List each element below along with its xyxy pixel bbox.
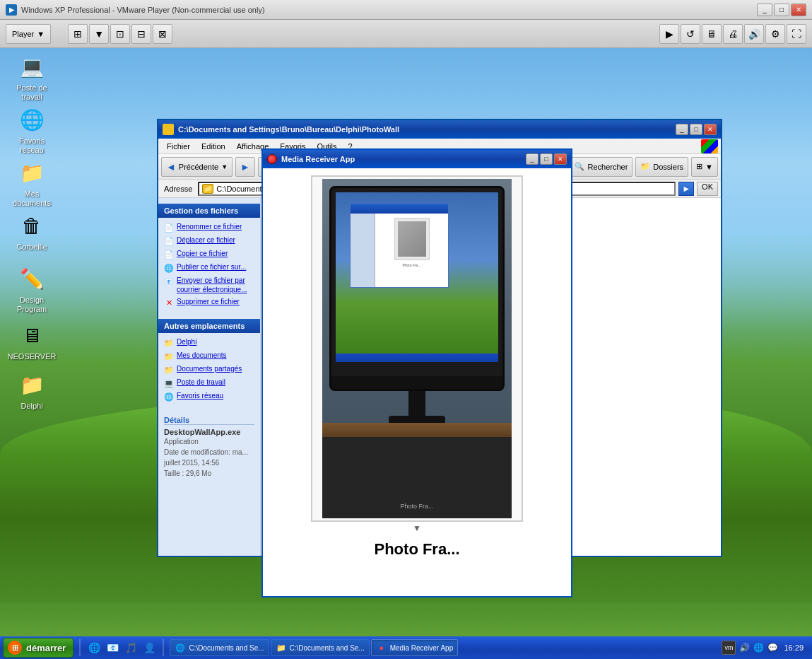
delete-file-item[interactable]: ✕ Supprimer ce fichier <box>158 296 260 309</box>
tray-msg-icon[interactable]: 💬 <box>767 642 778 653</box>
favoris-reseau-item[interactable]: 🌐 Favoris réseau <box>158 390 260 403</box>
taskbar-explorer-2-label: C:\Documents and Se... <box>290 644 365 652</box>
vmware-toolbar-icons: ⊞ ▼ ⊡ ⊟ ⊠ <box>68 24 172 44</box>
media-close-button[interactable]: ✕ <box>554 153 567 165</box>
explorer-folder-icon <box>163 124 174 135</box>
back-button[interactable]: ◄ Précédente ▼ <box>161 157 233 177</box>
taskbar-divider-2 <box>163 639 164 656</box>
taskbar-divider-1 <box>79 639 81 656</box>
vmware-icon-1[interactable]: ⊞ <box>68 24 88 44</box>
desktop-icon-corbeille[interactable]: 🗑 Corbeille <box>7 209 57 255</box>
vmware-maximize-button[interactable]: □ <box>774 4 789 16</box>
vmware-icon-3[interactable]: ⊡ <box>110 24 130 44</box>
desktop-icon-delphi[interactable]: 📁 Delphi <box>7 368 57 414</box>
taskbar: ⊞ démarrer 🌐 📧 🎵 👤 🌐 C:\Documents and Se… <box>0 636 812 659</box>
poste-travail-place-icon: 💻 <box>164 378 174 388</box>
photo-container: Photo Fra... <box>311 175 523 522</box>
folders-button[interactable]: 📁 Dossiers <box>635 157 688 177</box>
vmware-right-icon-6[interactable]: ⚙ <box>765 24 785 44</box>
vmware-toolbar: Player ▼ ⊞ ▼ ⊡ ⊟ ⊠ ▶ ↺ 🖥 🖨 🔊 ⚙ ⛶ <box>0 20 812 48</box>
delete-icon: ✕ <box>164 298 174 308</box>
vmware-right-icon-5[interactable]: 🔊 <box>744 24 764 44</box>
file-management-title: Gestion des fichiers <box>158 204 260 218</box>
explorer-left-panel: Gestion des fichiers 📄 Renommer ce fichi… <box>158 198 261 556</box>
move-file-item[interactable]: 📄 Déplacer ce fichier <box>158 234 260 247</box>
monitor-screen: Photo Fra... <box>336 192 498 362</box>
explorer-close-button[interactable]: ✕ <box>704 124 717 135</box>
desktop-icon-neoserver[interactable]: 🖥 NEOSERVER <box>7 318 57 364</box>
mes-docs-place-item[interactable]: 📁 Mes documents <box>158 349 260 363</box>
vmware-right-icon-2[interactable]: ↺ <box>681 24 700 44</box>
player-menu-button[interactable]: Player ▼ <box>6 24 51 44</box>
taskbar-item-explorer-1[interactable]: 🌐 C:\Documents and Se... <box>170 639 269 656</box>
views-button[interactable]: ⊞ ▼ <box>691 157 718 177</box>
mes-docs-place-icon: 📁 <box>164 351 174 361</box>
desktop-icon-poste[interactable]: 💻 Poste de travail <box>7 49 57 105</box>
favoris-reseau-place-icon: 🌐 <box>164 392 174 402</box>
details-filename: DesktopWallApp.exe <box>164 428 254 436</box>
player-label: Player <box>12 30 34 38</box>
tray-sound-icon[interactable]: 🔊 <box>739 642 750 653</box>
publish-file-item[interactable]: 🌐 Publier ce fichier sur... <box>158 261 260 274</box>
explorer-minimize-button[interactable]: _ <box>676 124 688 135</box>
poste-travail-item[interactable]: 💻 Poste de travail <box>158 376 260 390</box>
system-clock: 16:29 <box>781 643 806 652</box>
vmware-right-icon-3[interactable]: 🖥 <box>702 24 722 44</box>
vmware-right-icon-4[interactable]: 🖨 <box>723 24 743 44</box>
file-management-section: Gestion des fichiers 📄 Renommer ce fichi… <box>158 204 260 309</box>
address-go-arrow[interactable]: ► <box>678 182 694 196</box>
favoris-reseau-label: Favoris réseau <box>177 391 223 400</box>
vmware-right-icon-7[interactable]: ⛶ <box>787 24 806 44</box>
explorer-titlebar: C:\Documents and Settings\Bruno\Bureau\D… <box>158 120 721 139</box>
menu-edition[interactable]: Edition <box>196 141 231 152</box>
explorer-maximize-button[interactable]: □ <box>690 124 702 135</box>
vmware-icon-4[interactable]: ⊟ <box>131 24 151 44</box>
design-label: Design Program <box>10 296 54 314</box>
vmware-title: Windows XP Professional - VMware Player … <box>21 6 757 14</box>
vmware-close-button[interactable]: ✕ <box>791 4 806 16</box>
send-file-item[interactable]: 📧 Envoyer ce fichier par courrier électr… <box>158 274 260 296</box>
search-icon: 🔍 <box>575 162 584 171</box>
docs-partages-item[interactable]: 📁 Documents partagés <box>158 363 260 376</box>
send-label: Envoyer ce fichier par courrier électron… <box>177 276 254 294</box>
taskbar-media-icon: ● <box>376 642 387 653</box>
vmware-icon-2[interactable]: ▼ <box>89 24 109 44</box>
photo-image: Photo Fra... <box>322 179 512 518</box>
desktop-icon-documents[interactable]: 📁 Mes documents <box>7 156 57 211</box>
copy-label: Copier ce fichier <box>177 249 228 258</box>
address-folder-icon: 📁 <box>202 184 213 194</box>
rename-file-item[interactable]: 📄 Renommer ce fichier <box>158 221 260 234</box>
menu-fichier[interactable]: Fichier <box>161 141 196 152</box>
forward-arrow-icon: ► <box>240 161 250 173</box>
vmware-right-icon-1[interactable]: ▶ <box>659 24 679 44</box>
details-date: Date de modification: ma... <box>164 447 254 457</box>
search-button[interactable]: 🔍 Rechercher <box>570 157 632 177</box>
taskbar-item-explorer-2[interactable]: 📁 C:\Documents and Se... <box>271 639 370 656</box>
monitor-frame: Photo Fra... <box>329 186 505 391</box>
poste-label: Poste de travail <box>10 83 54 102</box>
send-icon: 📧 <box>164 276 174 286</box>
tray-vm-icon[interactable]: vm <box>722 641 736 655</box>
media-maximize-button[interactable]: □ <box>540 153 553 165</box>
player-dropdown-icon: ▼ <box>37 30 45 38</box>
details-title: Détails <box>164 416 254 425</box>
tray-network-icon[interactable]: 🌐 <box>753 642 764 653</box>
desktop-icon-favoris[interactable]: 🌐 Favoris réseau <box>7 103 57 158</box>
delphi-place-item[interactable]: 📁 Delphi <box>158 336 260 349</box>
nested-taskbar <box>336 354 498 362</box>
quick-user-icon[interactable]: 👤 <box>141 640 157 655</box>
taskbar-item-media[interactable]: ● Media Receiver App <box>371 639 459 656</box>
forward-button[interactable]: ► <box>235 157 255 177</box>
quick-ie-icon[interactable]: 🌐 <box>86 640 102 655</box>
vmware-icon-5[interactable]: ⊠ <box>153 24 172 44</box>
media-minimize-button[interactable]: _ <box>526 153 539 165</box>
views-icon: ⊞ <box>696 162 702 171</box>
details-size: Taille : 29,6 Mo <box>164 468 254 479</box>
vmware-minimize-button[interactable]: _ <box>757 4 772 16</box>
address-ok-button[interactable]: OK <box>697 182 718 196</box>
desktop-icon-design[interactable]: ✏️ Design Program <box>7 262 57 317</box>
quick-media-icon[interactable]: 🎵 <box>123 640 139 655</box>
copy-file-item[interactable]: 📄 Copier ce fichier <box>158 247 260 261</box>
quick-outlook-icon[interactable]: 📧 <box>105 640 120 655</box>
start-button[interactable]: ⊞ démarrer <box>3 638 73 658</box>
